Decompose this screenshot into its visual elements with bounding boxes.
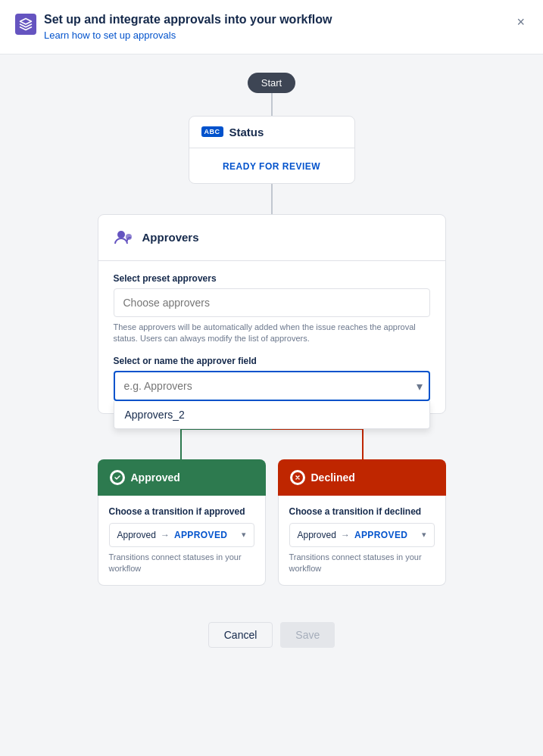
svg-point-1 <box>126 234 132 240</box>
approvers-title: Approvers <box>142 231 199 244</box>
approver-field-label: Select or name the approver field <box>114 356 430 366</box>
approved-header-text: Approved <box>131 471 180 484</box>
save-button[interactable]: Save <box>280 622 335 648</box>
status-card-body: READY FOR REVIEW <box>189 148 354 183</box>
modal-body: Start ABC Status READY FOR REVIEW <box>0 54 543 605</box>
status-card-title: Status <box>229 126 264 138</box>
abc-icon: ABC <box>201 126 223 137</box>
workflow-diagram: Start ABC Status READY FOR REVIEW <box>30 73 513 586</box>
declined-transition-select[interactable]: Approved → APPROVED ▾ <box>289 523 435 547</box>
status-card: ABC Status READY FOR REVIEW <box>189 116 355 184</box>
status-card-header: ABC Status <box>189 117 354 148</box>
field-section: Select or name the approver field ▾ Appr… <box>114 356 430 401</box>
declined-arrow-icon: → <box>341 530 350 540</box>
modal-footer: Cancel Save <box>0 604 543 666</box>
approved-arrow-icon: → <box>161 530 170 540</box>
approver-select-wrapper: ▾ Approvers_2 <box>114 371 430 401</box>
modal-header-icon <box>15 14 36 35</box>
approver-field-input[interactable] <box>114 371 430 401</box>
declined-transition-from: Approved <box>298 530 336 540</box>
declined-transition-label: Choose a transition if declined <box>289 506 435 517</box>
declined-header: Declined <box>278 459 446 496</box>
modal-title: Set up and integrate approvals into your… <box>44 12 332 28</box>
approver-dropdown: Approvers_2 <box>114 401 430 429</box>
preset-approvers-input[interactable] <box>114 288 430 317</box>
status-badge: READY FOR REVIEW <box>223 161 320 172</box>
learn-link[interactable]: Learn how to set up approvals <box>44 30 176 41</box>
declined-body: Choose a transition if declined Approved… <box>278 496 446 586</box>
connector-status-to-approvers <box>271 184 273 214</box>
check-circle-icon <box>110 470 125 485</box>
x-circle-icon <box>290 470 305 485</box>
approved-hint: Transitions connect statuses in your wor… <box>109 552 254 575</box>
declined-card: Declined Choose a transition if declined… <box>278 459 446 586</box>
outcome-cards: Approved Choose a transition if approved… <box>98 459 446 586</box>
approvers-body: Select preset approvers These approvers … <box>98 261 445 413</box>
declined-transition-text: Approved → APPROVED <box>298 530 408 540</box>
approvers-icon <box>114 227 135 248</box>
approved-transition-to: APPROVED <box>174 530 228 540</box>
modal-header-text: Set up and integrate approvals into your… <box>44 12 332 42</box>
declined-header-text: Declined <box>311 471 355 484</box>
svg-point-0 <box>117 231 125 238</box>
approved-transition-label: Choose a transition if approved <box>109 506 254 517</box>
declined-hint: Transitions connect statuses in your wor… <box>289 552 435 575</box>
approvers-header: Approvers <box>98 215 445 261</box>
approved-transition-from: Approved <box>117 530 156 540</box>
preset-label: Select preset approvers <box>114 273 430 284</box>
connector-start-to-status <box>271 93 273 116</box>
approved-transition-select[interactable]: Approved → APPROVED ▾ <box>109 523 254 547</box>
declined-transition-to: APPROVED <box>354 530 408 540</box>
preset-hint: These approvers will be automatically ad… <box>114 322 430 345</box>
approved-chevron-icon: ▾ <box>242 530 246 540</box>
modal-header: Set up and integrate approvals into your… <box>0 0 543 54</box>
declined-chevron-icon: ▾ <box>422 530 426 540</box>
dropdown-approvers-2[interactable]: Approvers_2 <box>114 401 429 428</box>
approvers-block: Approvers Select preset approvers These … <box>98 214 446 414</box>
approved-header: Approved <box>98 459 266 496</box>
approved-transition-text: Approved → APPROVED <box>117 530 228 540</box>
close-button[interactable]: × <box>513 12 528 32</box>
approved-body: Choose a transition if approved Approved… <box>98 496 266 586</box>
cancel-button[interactable]: Cancel <box>208 622 273 648</box>
approved-card: Approved Choose a transition if approved… <box>98 459 266 586</box>
start-node: Start <box>248 73 295 93</box>
